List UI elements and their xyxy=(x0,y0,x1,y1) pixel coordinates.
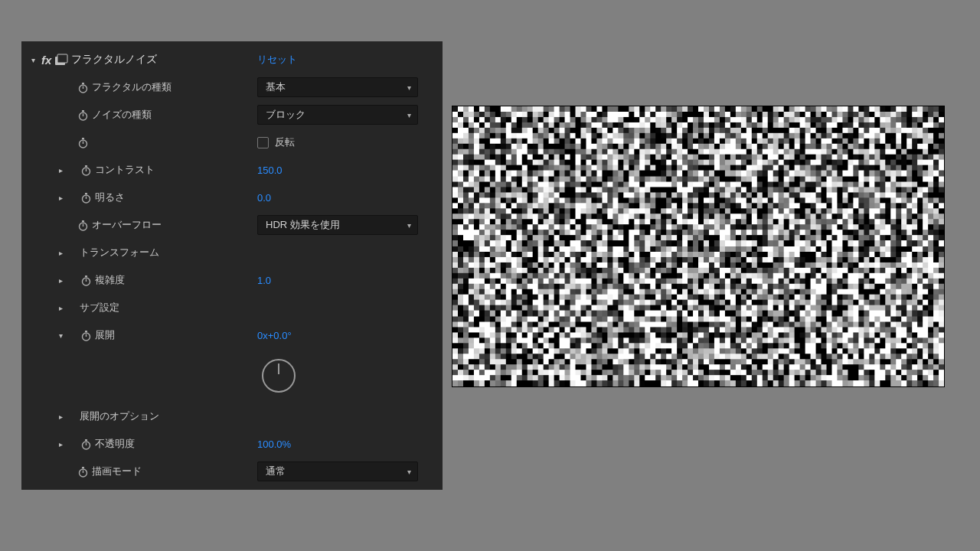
svg-rect-18 xyxy=(82,220,84,222)
twirl-open[interactable]: ▾ xyxy=(55,330,66,341)
param-row-sub-settings: ▸ サブ設定 xyxy=(21,294,443,321)
param-label: 不透明度 xyxy=(95,437,135,451)
stopwatch-icon[interactable] xyxy=(80,274,92,286)
chevron-down-icon: ▾ xyxy=(407,221,411,230)
svg-rect-3 xyxy=(82,83,84,84)
noise-type-select[interactable]: ブロック ▾ xyxy=(257,105,418,125)
overflow-select[interactable]: HDR 効果を使用 ▾ xyxy=(257,215,418,235)
complexity-value[interactable]: 1.0 xyxy=(257,275,271,286)
param-label: コントラスト xyxy=(95,163,155,177)
stopwatch-icon[interactable] xyxy=(80,329,92,341)
twirl-closed[interactable]: ▸ xyxy=(55,302,66,313)
param-row-invert: 反転 xyxy=(21,129,443,156)
twirl-closed[interactable]: ▸ xyxy=(55,192,66,203)
param-row-evolution-options: ▸ 展開のオプション xyxy=(21,403,443,430)
composition-preview xyxy=(452,106,945,387)
stopwatch-icon[interactable] xyxy=(77,109,89,121)
evolution-dial-row xyxy=(21,349,443,403)
param-label: サブ設定 xyxy=(80,301,119,315)
param-row-blend-mode: 描画モード 通常 ▾ xyxy=(21,458,443,485)
param-label: 明るさ xyxy=(95,191,125,204)
reset-link[interactable]: リセット xyxy=(257,53,297,67)
fractal-type-select[interactable]: 基本 ▾ xyxy=(257,77,418,97)
svg-rect-6 xyxy=(82,110,84,112)
param-row-noise-type: ノイズの種類 ブロック ▾ xyxy=(21,101,443,129)
stopwatch-icon[interactable] xyxy=(80,164,92,176)
contrast-value[interactable]: 150.0 xyxy=(257,165,283,176)
svg-rect-9 xyxy=(82,138,84,139)
chevron-down-icon: ▾ xyxy=(407,468,411,476)
effect-header-row: ▾ fx フラクタルノイズ リセット xyxy=(21,46,443,73)
svg-rect-21 xyxy=(85,276,87,277)
param-label: 展開のオプション xyxy=(80,409,159,423)
twirl-closed[interactable]: ▸ xyxy=(55,439,66,449)
invert-checkbox[interactable] xyxy=(257,137,269,148)
stopwatch-icon[interactable] xyxy=(77,219,89,231)
svg-rect-15 xyxy=(85,193,87,194)
param-label: トランスフォーム xyxy=(80,246,159,259)
param-label: オーバーフロー xyxy=(92,218,162,232)
effect-twirl-open[interactable]: ▾ xyxy=(28,54,38,65)
blend-mode-select[interactable]: 通常 ▾ xyxy=(257,461,418,481)
brightness-value[interactable]: 0.0 xyxy=(257,192,271,204)
stopwatch-icon[interactable] xyxy=(77,465,89,478)
param-label: 描画モード xyxy=(92,465,142,478)
param-row-complexity: ▸ 複雑度 1.0 xyxy=(21,266,443,294)
noise-canvas xyxy=(452,106,944,386)
evolution-dial[interactable] xyxy=(262,359,296,393)
effect-controls-panel: ▾ fx フラクタルノイズ リセット フラクタルの種類 基本 ▾ xyxy=(21,41,443,490)
preset-icon[interactable] xyxy=(54,54,68,66)
param-label: 展開 xyxy=(95,328,115,342)
select-value: HDR 効果を使用 xyxy=(266,218,340,232)
param-row-contrast: ▸ コントラスト 150.0 xyxy=(21,156,443,184)
svg-rect-27 xyxy=(85,439,87,441)
select-value: ブロック xyxy=(266,108,305,122)
chevron-down-icon: ▾ xyxy=(407,111,411,119)
svg-rect-30 xyxy=(82,467,84,468)
select-value: 基本 xyxy=(266,80,286,94)
param-label: 複雑度 xyxy=(95,273,125,287)
param-label: 反転 xyxy=(275,135,295,149)
select-value: 通常 xyxy=(266,465,286,478)
fx-badge: fx xyxy=(41,54,51,67)
effect-name: フラクタルノイズ xyxy=(71,53,157,67)
svg-rect-1 xyxy=(57,54,67,63)
param-row-opacity: ▸ 不透明度 100.0% xyxy=(21,430,443,458)
param-row-evolution: ▾ 展開 0x+0.0° xyxy=(21,321,443,349)
twirl-closed[interactable]: ▸ xyxy=(55,275,66,285)
stopwatch-icon[interactable] xyxy=(77,136,89,148)
svg-rect-24 xyxy=(85,331,87,332)
param-row-brightness: ▸ 明るさ 0.0 xyxy=(21,184,443,211)
stopwatch-icon[interactable] xyxy=(80,438,92,450)
stopwatch-icon[interactable] xyxy=(77,81,89,93)
param-label: フラクタルの種類 xyxy=(92,80,172,94)
twirl-closed[interactable]: ▸ xyxy=(55,247,66,258)
param-row-fractal-type: フラクタルの種類 基本 ▾ xyxy=(21,73,443,101)
param-row-transform: ▸ トランスフォーム xyxy=(21,239,443,266)
stopwatch-icon[interactable] xyxy=(80,191,92,204)
twirl-closed[interactable]: ▸ xyxy=(55,165,66,175)
svg-rect-12 xyxy=(85,165,87,167)
opacity-value[interactable]: 100.0% xyxy=(257,439,291,450)
chevron-down-icon: ▾ xyxy=(407,83,411,92)
param-row-overflow: オーバーフロー HDR 効果を使用 ▾ xyxy=(21,211,443,239)
twirl-closed[interactable]: ▸ xyxy=(55,411,66,422)
evolution-value[interactable]: 0x+0.0° xyxy=(257,330,292,341)
param-label: ノイズの種類 xyxy=(92,108,152,122)
